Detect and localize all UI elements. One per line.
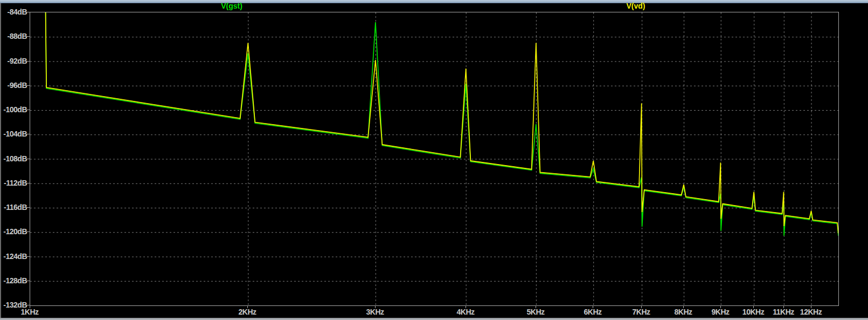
- x-axis-tick: [783, 306, 784, 308]
- waveform-viewer-window: V(gst) V(vd) -84dB-88dB-92dB-96dB-100dB-…: [0, 0, 868, 320]
- y-axis-tick: [25, 12, 30, 12]
- y-axis-tick: [25, 305, 30, 305]
- x-axis-tick: [683, 306, 684, 308]
- y-axis-tick: [25, 232, 30, 232]
- x-axis-tick: [30, 306, 30, 308]
- x-axis-tick: [753, 306, 754, 308]
- x-tick-label: 5KHz: [517, 308, 554, 316]
- y-tick-label: -92dB: [0, 57, 27, 65]
- y-axis-tick: [25, 85, 30, 86]
- y-tick-label: -96dB: [0, 81, 27, 90]
- x-axis-tick: [466, 306, 466, 308]
- legend-trace-vvd[interactable]: V(vd): [612, 2, 660, 10]
- y-tick-label: -120dB: [0, 227, 27, 236]
- x-axis-tick: [593, 306, 593, 308]
- y-tick-label: -84dB: [0, 8, 27, 16]
- x-axis-tick: [720, 306, 721, 308]
- x-tick-label: 2KHz: [228, 308, 266, 316]
- y-axis-tick: [25, 61, 30, 62]
- y-axis-tick: [25, 256, 30, 257]
- x-tick-label: 9KHz: [702, 308, 739, 316]
- x-tick-label: 8KHz: [664, 308, 702, 316]
- y-tick-label: -112dB: [0, 179, 27, 187]
- y-axis-tick: [25, 207, 30, 208]
- y-tick-label: -108dB: [0, 154, 27, 163]
- x-axis-tick: [375, 306, 376, 308]
- fft-plot-canvas: [30, 12, 838, 305]
- legend-trace-vgst[interactable]: V(gst): [207, 2, 256, 10]
- y-axis-tick: [25, 110, 30, 110]
- x-axis-tick: [536, 306, 536, 308]
- y-tick-label: -104dB: [0, 130, 27, 138]
- window-title-bar-edge: [0, 0, 868, 3]
- window-bottom-border: [0, 318, 868, 320]
- y-tick-label: -100dB: [0, 105, 27, 114]
- y-axis-tick: [25, 281, 30, 281]
- x-axis-tick: [811, 306, 811, 308]
- x-tick-label: 4KHz: [447, 308, 484, 316]
- x-tick-label: 12KHz: [792, 308, 830, 316]
- x-tick-label: 6KHz: [574, 308, 612, 316]
- trace-vgst[interactable]: [45, 12, 838, 236]
- y-axis-tick: [25, 134, 30, 134]
- y-tick-label: -124dB: [0, 252, 27, 261]
- x-axis-tick: [641, 306, 642, 308]
- y-tick-label: -88dB: [0, 32, 27, 40]
- y-axis-tick: [25, 159, 30, 159]
- plot-area[interactable]: [30, 12, 839, 306]
- x-tick-label: 3KHz: [356, 308, 394, 316]
- y-tick-label: -116dB: [0, 203, 27, 212]
- y-axis-tick: [25, 36, 30, 37]
- x-tick-label: 7KHz: [622, 308, 660, 316]
- x-axis-tick: [247, 306, 248, 308]
- x-tick-label: 1KHz: [11, 308, 48, 316]
- y-tick-label: -128dB: [0, 276, 27, 285]
- y-axis-tick: [25, 183, 30, 183]
